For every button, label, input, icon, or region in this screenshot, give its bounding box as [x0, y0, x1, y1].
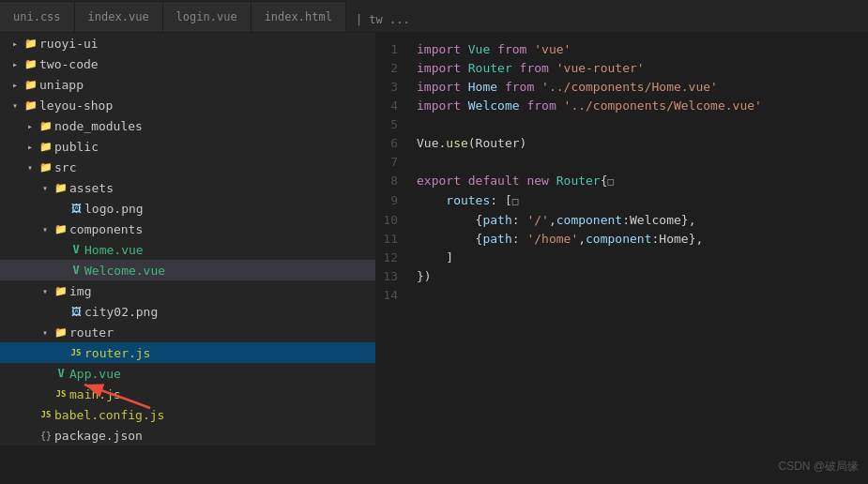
tree-label-App.vue: App.vue: [69, 367, 121, 381]
tree-item-Welcome.vue[interactable]: VWelcome.vue: [0, 260, 375, 280]
tree-label-main.js: main.js: [69, 387, 121, 401]
tree-label-Welcome.vue: Welcome.vue: [84, 264, 165, 278]
tree-label-router.js: router.js: [84, 346, 150, 360]
code-line-9: 9 routes: [□: [375, 191, 868, 211]
tab-uni-css[interactable]: uni.css: [0, 1, 75, 32]
tree-label-components: components: [69, 222, 143, 236]
tree-item-router.js[interactable]: JSrouter.js: [0, 342, 375, 363]
tree-item-assets[interactable]: ▾📁assets: [0, 177, 375, 198]
code-line-13: 13}): [375, 267, 868, 286]
tree-item-node_modules[interactable]: ▸📁node_modules: [0, 115, 375, 136]
sidebar: ▸📁ruoyi-ui▸📁two-code▸📁uniapp▾📁leyou-shop…: [0, 33, 375, 446]
code-line-12: 12 ]: [375, 249, 868, 267]
tree-label-two-code: two-code: [39, 57, 99, 71]
tree-label-babel.config.js: babel.config.js: [54, 408, 164, 422]
tree-label-ruoyi-ui: ruoyi-ui: [39, 37, 99, 51]
code-line-6: 6Vue.use(Router): [375, 134, 868, 153]
tree-item-uniapp[interactable]: ▸📁uniapp: [0, 74, 375, 95]
tree-label-node_modules: node_modules: [54, 119, 143, 133]
tree-item-Home.vue[interactable]: VHome.vue: [0, 239, 375, 260]
code-line-14: 14: [375, 286, 868, 305]
tree-label-logo.png: logo.png: [84, 202, 144, 216]
tree-label-uniapp: uniapp: [39, 78, 84, 92]
tree-label-leyou-shop: leyou-shop: [39, 98, 113, 113]
tree-item-two-code[interactable]: ▸📁two-code: [0, 53, 375, 74]
code-area: 1import Vue from 'vue'2import Router fro…: [375, 33, 868, 312]
code-line-10: 10 {path: '/',component:Welcome},: [375, 211, 868, 230]
code-line-11: 11 {path: '/home',component:Home},: [375, 230, 868, 249]
sidebar-wrapper: ▸📁ruoyi-ui▸📁two-code▸📁uniapp▾📁leyou-shop…: [0, 33, 375, 484]
code-line-3: 3import Home from '../components/Home.vu…: [375, 78, 868, 97]
tree-item-main.js[interactable]: JSmain.js: [0, 384, 375, 404]
code-editor: 1import Vue from 'vue'2import Router fro…: [375, 33, 868, 484]
tree-item-logo.png[interactable]: 🖼logo.png: [0, 198, 375, 219]
tree-label-public: public: [54, 140, 99, 154]
tree-label-Home.vue: Home.vue: [84, 243, 144, 257]
tree-item-babel.config.js[interactable]: JSbabel.config.js: [0, 404, 375, 425]
tree-label-img: img: [69, 284, 91, 298]
code-line-8: 8export default new Router{□: [375, 172, 868, 191]
code-line-2: 2import Router from 'vue-router': [375, 59, 868, 78]
tree-item-img[interactable]: ▾📁img: [0, 280, 375, 301]
tab-index-vue[interactable]: index.vue: [75, 1, 163, 32]
tab-bar: uni.cssindex.vuelogin.vueindex.html| tw …: [0, 0, 868, 33]
main-layout: ▸📁ruoyi-ui▸📁two-code▸📁uniapp▾📁leyou-shop…: [0, 33, 868, 484]
tree-item-ruoyi-ui[interactable]: ▸📁ruoyi-ui: [0, 33, 375, 53]
code-line-7: 7: [375, 153, 868, 172]
tree-item-App.vue[interactable]: VApp.vue: [0, 363, 375, 384]
tree-item-components[interactable]: ▾📁components: [0, 219, 375, 239]
tree-item-city02.png[interactable]: 🖼city02.png: [0, 301, 375, 322]
tab-index-html[interactable]: index.html: [251, 1, 346, 32]
tab-login-vue[interactable]: login.vue: [163, 1, 251, 32]
tree-item-package.json[interactable]: {}package.json: [0, 425, 375, 446]
code-line-1: 1import Vue from 'vue': [375, 40, 868, 59]
tree-label-router: router: [69, 325, 114, 340]
tree-item-src[interactable]: ▾📁src: [0, 157, 375, 177]
tree-label-package.json: package.json: [54, 429, 143, 443]
tree-item-public[interactable]: ▸📁public: [0, 136, 375, 157]
tree-label-assets: assets: [69, 181, 114, 195]
tree-item-leyou-shop[interactable]: ▾📁leyou-shop: [0, 95, 375, 115]
code-line-4: 4import Welcome from '../components/Welc…: [375, 97, 868, 115]
watermark: CSDN @破局缘: [778, 459, 859, 475]
tree-label-src: src: [54, 160, 76, 174]
code-line-5: 5: [375, 115, 868, 134]
tree-label-city02.png: city02.png: [84, 305, 158, 319]
tab-more: | tw ...: [346, 8, 419, 32]
tree-item-router[interactable]: ▾📁router: [0, 322, 375, 342]
